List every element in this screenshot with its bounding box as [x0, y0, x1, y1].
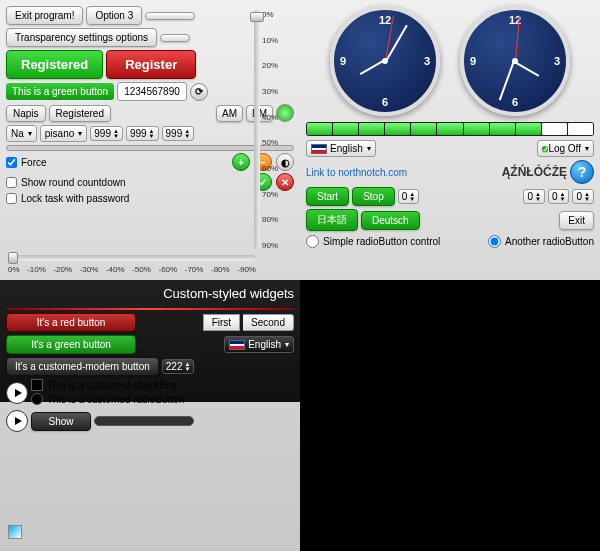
uk-flag-icon — [311, 144, 327, 154]
blank-button-1[interactable] — [145, 12, 195, 20]
p2-spinner-3[interactable]: 0▲▼ — [548, 189, 570, 204]
play-icon-2[interactable] — [6, 410, 28, 432]
blank-button-2[interactable] — [160, 34, 190, 42]
vertical-slider[interactable]: 0%10%20%30%40%50%60%70%80%90% — [262, 10, 288, 250]
modern-button[interactable]: It's a customed-modern button — [6, 357, 159, 376]
refresh-icon[interactable]: ⟳ — [190, 83, 208, 101]
pisano-combo[interactable]: pisano — [40, 125, 87, 142]
number-display: 1234567890 — [117, 82, 187, 101]
progress-bar — [6, 145, 294, 151]
green-button-label[interactable]: This is a green button — [6, 83, 114, 100]
language-combo[interactable]: English — [306, 140, 376, 157]
transparency-button[interactable]: Transparency settings options — [6, 28, 157, 47]
help-icon[interactable]: ? — [570, 160, 594, 184]
panel-bottom-left: Custom-styled widgets It's a red button … — [0, 280, 300, 551]
panel-bottom-right — [300, 280, 600, 551]
uk-flag-icon-2 — [229, 340, 245, 350]
radio-another-label: Another radioButton — [505, 236, 594, 247]
analog-clock-2: 12369 — [460, 6, 570, 116]
red-button[interactable]: It's a red button — [6, 313, 136, 332]
custom-radio-label: This is a customed radioButton — [47, 394, 184, 405]
tab-first[interactable]: First — [203, 314, 240, 331]
widgets-title: Custom-styled widgets — [163, 286, 294, 301]
logoff-combo[interactable]: ⎋ Log Off — [537, 140, 594, 157]
registered-label: Registered — [49, 105, 111, 122]
lock-task-checkbox[interactable] — [6, 193, 17, 204]
panel-top-right: 12369 12369 English ⎋ Log Off Link to no… — [300, 0, 600, 280]
am-button[interactable]: AM — [216, 105, 243, 122]
exit-button[interactable]: Exit — [559, 211, 594, 230]
registered-button[interactable]: Registered — [6, 50, 103, 79]
custom-check-label: This is a customed checkBox — [47, 380, 177, 391]
tab-second[interactable]: Second — [243, 314, 294, 331]
custom-checkbox[interactable] — [31, 379, 43, 391]
green-button[interactable]: It's a green button — [6, 335, 136, 354]
show-round-label: Show round countdown — [21, 177, 126, 188]
force-checkbox[interactable] — [6, 157, 17, 168]
dark-spinner[interactable]: 222▲▼ — [162, 359, 195, 374]
custom-radio[interactable] — [31, 393, 43, 405]
option3-button[interactable]: Option 3 — [86, 6, 142, 25]
radio-another[interactable] — [488, 235, 501, 248]
special-chars-label: ĄŹŃŁÓĆŻĘ — [502, 165, 567, 179]
start-button[interactable]: Start — [306, 187, 349, 206]
napis-label: Napis — [6, 105, 46, 122]
stop-button[interactable]: Stop — [352, 187, 395, 206]
japanese-button[interactable]: 日本語 — [306, 209, 358, 231]
show-round-checkbox[interactable] — [6, 177, 17, 188]
spinner-2[interactable]: 999▲▼ — [126, 126, 159, 141]
p2-spinner-2[interactable]: 0▲▼ — [523, 189, 545, 204]
register-button[interactable]: Register — [106, 50, 196, 79]
dark-lang-combo[interactable]: English — [224, 336, 294, 353]
panel-top-left: Exit program! Option 3 Transparency sett… — [0, 0, 300, 280]
segmented-progress — [306, 122, 594, 136]
lock-task-label: Lock task with password — [21, 193, 129, 204]
add-icon[interactable]: + — [232, 153, 250, 171]
radio-simple-label: Simple radioButton control — [323, 236, 440, 247]
spinner-1[interactable]: 999▲▼ — [90, 126, 123, 141]
na-combo[interactable]: Na — [6, 125, 37, 142]
deutsch-button[interactable]: Deutsch — [361, 211, 420, 230]
northnotch-link[interactable]: Link to northnotch.com — [306, 167, 407, 178]
force-label: Force — [21, 157, 47, 168]
p2-spinner-1[interactable]: 0▲▼ — [398, 189, 420, 204]
play-icon-1[interactable] — [6, 382, 28, 404]
spinner-3[interactable]: 999▲▼ — [162, 126, 195, 141]
radio-simple[interactable] — [306, 235, 319, 248]
red-divider — [6, 308, 294, 310]
color-swatch-icon[interactable] — [8, 525, 22, 539]
show-button[interactable]: Show — [31, 412, 91, 431]
analog-clock-1: 12369 — [330, 6, 440, 116]
p2-spinner-4[interactable]: 0▲▼ — [572, 189, 594, 204]
dark-slider[interactable] — [94, 416, 194, 426]
horizontal-slider[interactable]: 0%-10%-20%-30%-40%-50%-60%-70%-80%-90% — [8, 252, 256, 274]
exit-program-button[interactable]: Exit program! — [6, 6, 83, 25]
